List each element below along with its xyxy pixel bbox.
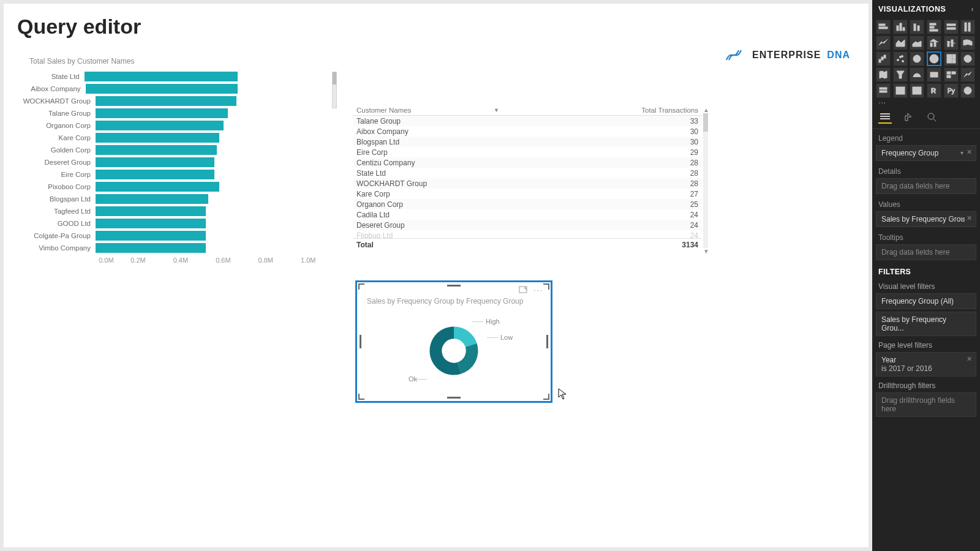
clustered-bar-icon[interactable] (927, 20, 941, 34)
bar[interactable] (96, 182, 219, 192)
chevron-down-icon[interactable]: ▾ (960, 216, 963, 222)
gallery-more-icon[interactable]: ··· (872, 100, 980, 108)
table-row[interactable]: State Ltd28 (353, 168, 702, 178)
multi-card-icon[interactable] (944, 67, 959, 82)
details-well[interactable]: Drag data fields here (876, 178, 976, 194)
resize-handle-s[interactable] (447, 397, 461, 399)
stacked-column-icon[interactable] (910, 20, 924, 34)
visual-filter-2[interactable]: Sales by Frequency Grou... (876, 312, 976, 336)
resize-handle-ne[interactable] (543, 283, 549, 290)
resize-handle-sw[interactable] (358, 394, 364, 400)
drillthrough-well[interactable]: Drag drillthrough fields here (876, 392, 976, 417)
bar[interactable] (96, 194, 208, 204)
th-transactions[interactable]: ▼Total Transactions (475, 107, 702, 114)
axis-tick: 0.8M (244, 257, 287, 264)
scatter-icon[interactable] (893, 51, 908, 66)
table-row[interactable]: Deseret Group24 (353, 220, 702, 230)
report-canvas[interactable]: Query editor ENTERPRISE DNA Total Sales … (4, 4, 869, 547)
area-icon[interactable] (893, 36, 908, 50)
svg-text:Py: Py (948, 88, 955, 94)
bar[interactable] (96, 243, 206, 253)
table-row[interactable]: Talane Group33 (353, 116, 702, 126)
matrix-icon[interactable] (910, 83, 924, 98)
tooltips-well[interactable]: Drag data fields here (876, 244, 976, 260)
table-row[interactable]: Blogspan Ltd30 (353, 137, 702, 147)
visual-filter-1[interactable]: Frequency Group (All) (876, 293, 976, 309)
bar-scrollbar[interactable] (332, 72, 337, 108)
100-stacked-bar-icon[interactable] (944, 20, 959, 34)
table-row[interactable]: Centizu Company28 (353, 157, 702, 168)
ribbon-icon[interactable] (960, 36, 975, 50)
remove-field-icon[interactable]: ✕ (967, 148, 972, 156)
stacked-bar-icon[interactable] (876, 20, 891, 34)
more-options-icon[interactable]: ··· (533, 286, 543, 295)
table-row[interactable]: Kare Corp27 (353, 189, 702, 199)
100-stacked-column-icon[interactable] (960, 20, 975, 34)
donut-chart-selected[interactable]: ··· Sales by Frequency Group by Frequenc… (355, 280, 552, 403)
bar[interactable] (86, 84, 238, 94)
slicer-icon[interactable] (876, 83, 891, 98)
collapse-pane-icon[interactable]: › (971, 5, 974, 13)
bar[interactable] (96, 170, 214, 179)
table-row[interactable]: Cadila Ltd24 (353, 209, 702, 220)
table-row[interactable]: Organon Corp25 (353, 199, 702, 209)
svg-rect-10 (930, 29, 938, 31)
fields-tab[interactable] (878, 110, 892, 124)
treemap-icon[interactable] (944, 51, 959, 66)
resize-handle-nw[interactable] (358, 283, 364, 290)
stacked-area-icon[interactable] (910, 36, 924, 50)
donut-icon[interactable] (927, 51, 941, 66)
chevron-down-icon[interactable]: ▾ (960, 149, 963, 156)
r-visual-icon[interactable]: R (927, 83, 941, 98)
kpi-icon[interactable] (960, 67, 975, 82)
bar[interactable] (96, 157, 214, 167)
page-filter-year[interactable]: Year is 2017 or 2016 ✕ (876, 352, 976, 377)
brand-logo: ENTERPRISE DNA (725, 48, 850, 62)
filled-map-icon[interactable] (876, 67, 891, 82)
table-row[interactable]: Flipbug Ltd24 (353, 230, 702, 238)
resize-handle-n[interactable] (447, 285, 461, 287)
globe-icon[interactable] (960, 83, 975, 98)
pie-icon[interactable] (910, 51, 924, 66)
format-tab[interactable] (902, 110, 915, 124)
bar[interactable] (96, 219, 206, 228)
table-scrollbar[interactable]: ▲▼ (703, 107, 708, 251)
bar[interactable] (96, 96, 236, 106)
line-icon[interactable] (876, 36, 891, 50)
table-row[interactable]: Aibox Company30 (353, 126, 702, 137)
card-icon[interactable]: 123 (927, 67, 941, 82)
table-row[interactable]: WOCKHARDT Group28 (353, 178, 702, 189)
bar[interactable] (85, 72, 238, 81)
table-icon[interactable] (893, 83, 908, 98)
resize-handle-se[interactable] (543, 394, 549, 400)
bar[interactable] (96, 121, 224, 130)
gauge-icon[interactable] (910, 67, 924, 82)
bar[interactable] (96, 206, 206, 216)
remove-filter-icon[interactable]: ✕ (967, 355, 972, 363)
sort-desc-icon: ▼ (494, 107, 499, 113)
clustered-column-icon[interactable] (893, 20, 908, 34)
waterfall-icon[interactable] (876, 51, 891, 66)
bar-chart[interactable]: Total Sales by Customer Names State LtdA… (17, 57, 330, 264)
bar[interactable] (96, 231, 206, 241)
map-icon[interactable] (960, 51, 975, 66)
focus-mode-icon[interactable] (519, 286, 527, 295)
cursor-icon (558, 388, 568, 402)
th-customer[interactable]: Customer Names (353, 107, 475, 114)
legend-well[interactable]: Frequency Group▾✕ (876, 145, 976, 161)
table-row[interactable]: Eire Corp29 (353, 147, 702, 157)
bar[interactable] (96, 108, 228, 118)
python-visual-icon[interactable]: Py (944, 83, 959, 98)
line-column-icon[interactable] (927, 36, 941, 50)
remove-field-icon[interactable]: ✕ (967, 214, 972, 222)
line-stacked-icon[interactable] (944, 36, 959, 50)
svg-line-56 (933, 119, 936, 121)
analytics-tab[interactable] (925, 110, 938, 124)
bar[interactable] (96, 145, 217, 155)
funnel-icon[interactable] (893, 67, 908, 82)
values-well[interactable]: Sales by Frequency Grou▾✕ (876, 211, 976, 227)
transactions-table[interactable]: Customer Names ▼Total Transactions Talan… (353, 107, 702, 251)
svg-rect-15 (930, 43, 932, 47)
svg-rect-2 (879, 27, 888, 29)
bar[interactable] (96, 133, 219, 143)
